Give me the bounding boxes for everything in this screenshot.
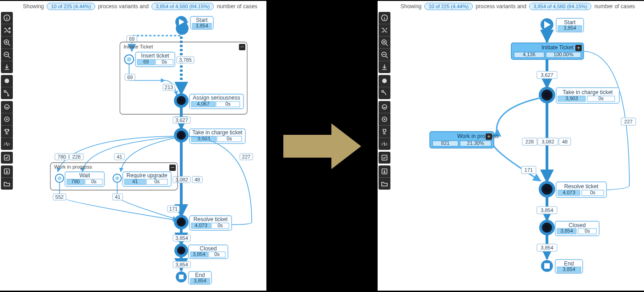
start-node[interactable]: Start 3,854 (175, 16, 213, 35)
svg-point-53 (179, 133, 184, 138)
hide-end-icon[interactable] (1, 113, 13, 125)
zoom-in-icon[interactable] (1, 36, 13, 48)
activity-resolve-ticket[interactable]: Resolve ticket 4,073 0s (175, 216, 232, 230)
svg-text:3,854: 3,854 (175, 235, 188, 241)
svg-text:41: 41 (132, 179, 138, 184)
hide-self-loop-icon[interactable] (1, 101, 13, 113)
svg-point-136 (384, 118, 385, 120)
svg-rect-201 (544, 263, 550, 269)
trophy-icon[interactable] (1, 125, 13, 138)
start-node[interactable]: Start 3,854 (541, 18, 584, 32)
two-three-icon[interactable]: 23 (1, 138, 13, 150)
svg-point-14 (6, 118, 8, 120)
banner-prefix: Showing (23, 3, 44, 10)
svg-text:–: – (241, 43, 244, 50)
connector-icon[interactable] (1, 87, 13, 99)
svg-point-191 (544, 225, 550, 230)
svg-text:4,136: 4,136 (523, 52, 536, 57)
connector-icon[interactable] (379, 87, 390, 99)
activity-assign-seriousness[interactable]: Assign seriousness 4,067 0s (175, 94, 244, 109)
svg-text:3,854: 3,854 (193, 251, 206, 257)
svg-point-83 (115, 176, 119, 180)
cases-pill[interactable]: 3,854 of 4,580 (84.15%) (152, 3, 214, 10)
end-node[interactable]: End 3,854 (176, 271, 211, 284)
svg-text:227: 227 (242, 154, 250, 159)
download-svg-icon[interactable] (379, 61, 390, 73)
svg-text:171: 171 (525, 167, 533, 173)
banner: Showing 10 of 225 (4.44%) process varian… (23, 3, 263, 10)
hide-end-icon[interactable] (379, 113, 390, 125)
process-graph-left[interactable]: Start 3,854 69 Initiate Ticket – Insert … (14, 12, 266, 291)
svg-text:+: + (487, 133, 490, 140)
svg-point-97 (179, 219, 184, 225)
process-map-panel-collapsed: Showing 10 of 225 (4.44%) process varian… (378, 1, 644, 291)
toolbar-left: 23 (1, 12, 13, 191)
svg-text:41: 41 (117, 154, 122, 159)
svg-text:48: 48 (195, 177, 200, 182)
variants-pill[interactable]: 10 of 225 (4.44%) (47, 3, 95, 10)
checkbox-icon[interactable] (1, 152, 13, 164)
folder-icon[interactable] (379, 177, 390, 190)
svg-text:–: – (171, 164, 174, 170)
shuffle-icon[interactable] (1, 24, 13, 36)
svg-text:3,854: 3,854 (563, 266, 575, 272)
download-svg-icon[interactable] (1, 61, 13, 73)
svg-text:Wait: Wait (79, 172, 90, 179)
activity-initiate-ticket-collapsed[interactable]: Initiate Ticket + 4,136 100.00% (511, 43, 584, 59)
export-icon[interactable] (379, 165, 390, 177)
activity-resolve-ticket[interactable]: Resolve ticket 4,073 0s (540, 182, 606, 197)
zoom-out-icon[interactable] (1, 48, 13, 61)
svg-text:69: 69 (129, 36, 135, 42)
transition-arrow (266, 0, 378, 292)
toolbar-right: 23 (379, 12, 390, 191)
svg-line-8 (8, 56, 10, 58)
svg-text:228: 228 (72, 154, 81, 159)
activity-take-in-charge[interactable]: Take in charge ticket 3,903 0s (175, 129, 245, 143)
process-graph-right[interactable]: Start 3,854 Initiate Ticket + 4,136 100.… (391, 12, 644, 291)
activity-closed[interactable]: Closed 3,854 0s (176, 245, 228, 259)
activity-insert-ticket[interactable]: Insert ticket 69 0s (124, 52, 175, 67)
svg-text:3,903: 3,903 (565, 96, 578, 101)
end-node[interactable]: End 3,854 (541, 260, 583, 273)
export-icon[interactable] (1, 165, 13, 177)
shuffle-icon[interactable] (379, 24, 390, 36)
svg-text:780: 780 (58, 154, 66, 159)
cases-pill[interactable]: 3,854 of 4,580 (84.15%) (529, 3, 591, 10)
svg-text:3,854: 3,854 (541, 245, 553, 250)
activity-require-upgrade[interactable]: Require upgrade 41 0s (113, 172, 171, 186)
svg-point-132 (382, 79, 387, 83)
svg-text:2: 2 (381, 142, 384, 146)
svg-point-158 (544, 92, 550, 98)
two-three-icon[interactable]: 23 (379, 138, 390, 150)
folder-icon[interactable] (1, 177, 13, 190)
variants-pill[interactable]: 10 of 225 (4.44%) (424, 3, 472, 10)
svg-point-107 (179, 248, 184, 253)
svg-point-10 (5, 79, 9, 83)
svg-text:3,627: 3,627 (541, 72, 553, 78)
hide-self-loop-icon[interactable] (379, 101, 390, 113)
zoom-in-icon[interactable] (379, 36, 390, 48)
svg-text:Closed: Closed (568, 222, 585, 228)
activity-wip-collapsed[interactable]: Work in progress + 821 21.30% (430, 132, 498, 148)
activity-take-in-charge[interactable]: Take in charge ticket 3,903 0s (540, 88, 619, 103)
svg-text:0s: 0s (217, 223, 223, 228)
svg-text:228: 228 (525, 139, 534, 144)
svg-text:3,854: 3,854 (175, 262, 188, 267)
process-map-panel-expanded: Showing 10 of 225 (4.44%) process varian… (0, 1, 266, 291)
activity-wait[interactable]: Wait 780 0s (55, 172, 104, 186)
checkbox-icon[interactable] (379, 152, 390, 164)
svg-text:Work in progress: Work in progress (457, 133, 498, 139)
activity-closed[interactable]: Closed 3,854 0s (541, 221, 599, 236)
info-icon[interactable] (379, 12, 390, 24)
circle-icon[interactable] (1, 75, 13, 87)
trophy-icon[interactable] (379, 125, 390, 138)
svg-text:213: 213 (165, 85, 173, 90)
circle-icon[interactable] (379, 75, 390, 87)
svg-text:Initiate Ticket: Initiate Ticket (124, 44, 153, 49)
svg-text:Assign seriousness: Assign seriousness (193, 95, 240, 101)
info-icon[interactable] (1, 12, 13, 24)
svg-text:69: 69 (143, 59, 149, 64)
svg-text:End: End (195, 272, 205, 278)
zoom-out-icon[interactable] (379, 48, 390, 61)
svg-text:41: 41 (115, 194, 120, 200)
